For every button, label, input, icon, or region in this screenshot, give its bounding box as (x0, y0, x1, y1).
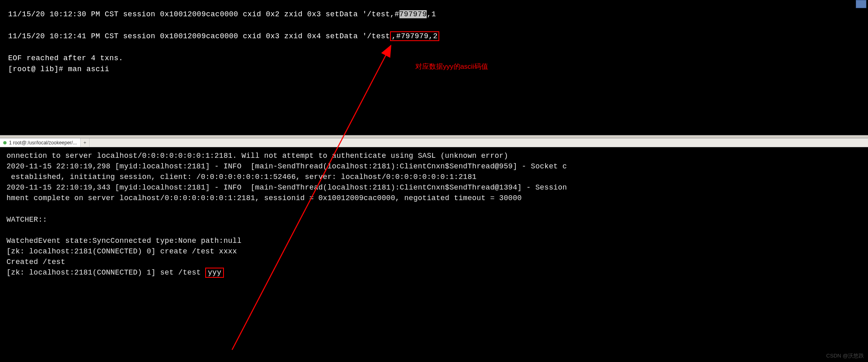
add-tab-button[interactable]: + (81, 138, 90, 147)
tab-bar: 1 root@:/usr/local/zookeeper/... + (0, 138, 868, 147)
watermark: CSDN @沃悠跌 (826, 352, 864, 360)
tab-title: 1 root@:/usr/local/zookeeper/... (9, 140, 77, 146)
selected-text: 797979 (399, 10, 427, 18)
pane-divider[interactable] (0, 135, 868, 138)
annotation-box-bottom: yyy (205, 268, 224, 278)
scrollbar-thumb[interactable] (856, 0, 866, 8)
terminal-bottom-pane[interactable]: onnection to server localhost/0:0:0:0:0:… (0, 147, 868, 362)
connection-status-icon (3, 141, 7, 144)
annotation-label: 对应数据yyy的ascii码值 (415, 62, 488, 71)
terminal-bottom-content: onnection to server localhost/0:0:0:0:0:… (7, 150, 861, 278)
annotation-box-top: ,#797979,2 (390, 31, 439, 41)
terminal-tab[interactable]: 1 root@:/usr/local/zookeeper/... (0, 138, 81, 147)
